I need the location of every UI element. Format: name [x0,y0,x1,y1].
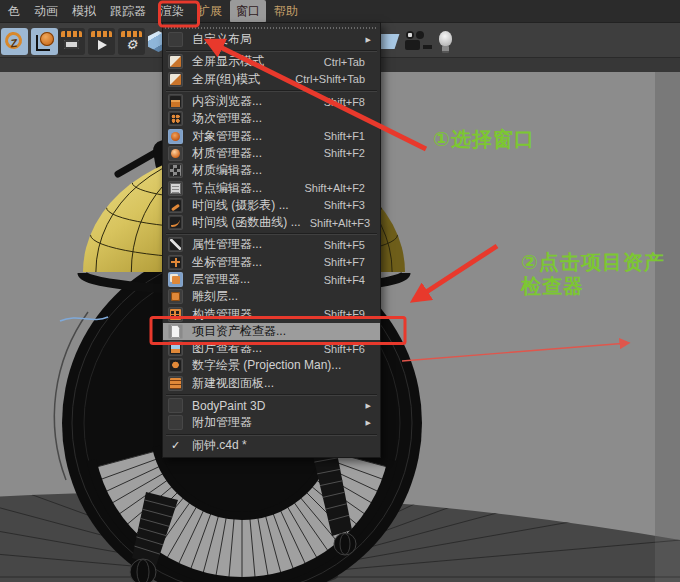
menubar-item-render[interactable]: 渲染 [154,0,190,23]
none-icon [168,32,183,47]
menu-item-extra-managers[interactable]: 附加管理器▶ [163,414,380,431]
menu-item-label: 新建视图面板... [192,375,274,392]
none-icon [168,398,183,413]
sculpt-layer-icon [168,289,183,304]
window-dropdown-menu: 自定义布局▶全屏显示模式Ctrl+Tab全屏(组)模式Ctrl+Shift+Ta… [162,22,381,458]
menu-item-label: 图片查看器... [192,340,262,357]
menu-item-shortcut: Shift+F3 [324,199,375,211]
projection-man-icon [168,358,183,373]
menu-item-custom-layout[interactable]: 自定义布局▶ [163,31,380,48]
menu-item-label: 数字绘景 (Projection Man)... [192,357,341,374]
menu-item-label: 场次管理器... [192,110,262,127]
render-view-button[interactable] [58,28,85,55]
menu-item-bodypaint-3d[interactable]: BodyPaint 3D▶ [163,397,380,414]
menu-item-shortcut: Shift+F7 [324,256,375,268]
timeline-curve-icon [168,215,183,230]
axis-globe-icon [31,28,58,55]
menu-item-shortcut: Ctrl+Tab [324,56,375,68]
structure-manager-icon [168,307,183,322]
annotation-step2: ②点击项目资产 检查器 [521,250,665,298]
menu-item-fullscreen-mode[interactable]: 全屏显示模式Ctrl+Tab [163,53,380,70]
fullscreen-icon [168,54,183,69]
render-view-icon [58,28,85,55]
menu-item-fullscreen-group-mode[interactable]: 全屏(组)模式Ctrl+Shift+Tab [163,71,380,88]
menubar-item-simulate[interactable]: 模拟 [66,0,102,23]
menu-item-shortcut: Shift+F2 [324,147,375,159]
axis-globe-button[interactable] [31,28,58,55]
menubar-item-tracker[interactable]: 跟踪器 [104,0,152,23]
annotation-step1: ①选择窗口 [433,127,535,151]
menu-item-timeline-f-curve[interactable]: 时间线 (函数曲线) ...Shift+Alt+F3 [163,214,380,231]
menu-item-timeline-dope-sheet[interactable]: 时间线 (摄影表) ...Shift+F3 [163,197,380,214]
menu-item-projection-man[interactable]: 数字绘景 (Projection Man)... [163,357,380,374]
menu-item-content-browser[interactable]: 内容浏览器...Shift+F8 [163,93,380,110]
attribute-manager-icon [168,237,183,252]
menu-item-label: 全屏(组)模式 [192,71,260,88]
menu-item-document-alarm-clock[interactable]: ✓闹钟.c4d * [163,437,380,454]
material-editor-icon [168,163,183,178]
film-camera-button[interactable] [402,28,429,55]
submenu-arrow-icon: ▶ [366,36,375,44]
z-circle-button[interactable] [1,28,28,55]
scene-manager-icon [168,111,183,126]
menu-item-structure-manager[interactable]: 构造管理器...Shift+F9 [163,305,380,322]
menu-item-label: 层管理器... [192,271,250,288]
render-settings-button[interactable] [118,28,145,55]
menu-item-scene-manager[interactable]: 场次管理器... [163,110,380,127]
menubar-item-animation[interactable]: 动画 [28,0,64,23]
material-manager-icon [168,146,183,161]
menu-item-label: 项目资产检查器... [192,323,286,340]
menu-item-attribute-manager[interactable]: 属性管理器...Shift+F5 [163,236,380,253]
menu-item-label: 材质管理器... [192,145,262,162]
menu-item-project-asset-inspector[interactable]: 项目资产检查器... [163,323,380,340]
menubar-item-help[interactable]: 帮助 [268,0,304,23]
menubar-item-character[interactable]: 色 [2,0,26,23]
menu-item-shortcut: Shift+Alt+F3 [310,217,381,229]
menu-item-sculpt-layer[interactable]: 雕刻层... [163,288,380,305]
menu-item-coordinates-manager[interactable]: 坐标管理器...Shift+F7 [163,254,380,271]
menu-item-material-editor[interactable]: 材质编辑器... [163,162,380,179]
menu-item-object-manager[interactable]: 对象管理器...Shift+F1 [163,127,380,144]
annotation-step2-line1: ②点击项目资产 [521,250,665,274]
checkmark-icon: ✓ [168,439,183,452]
menu-item-label: 属性管理器... [192,236,262,253]
menu-item-label: 闹钟.c4d * [192,437,247,454]
submenu-arrow-icon: ▶ [366,419,375,427]
menu-item-label: 附加管理器 [192,414,252,431]
menu-item-shortcut: Shift+F9 [324,308,375,320]
object-manager-icon [168,129,183,144]
menu-item-new-view-panel[interactable]: 新建视图面板... [163,375,380,392]
asset-inspector-icon [168,324,183,339]
menu-item-layer-manager[interactable]: 层管理器...Shift+F4 [163,271,380,288]
menu-item-node-editor[interactable]: 节点编辑器...Shift+Alt+F2 [163,179,380,196]
light-bulb-icon [432,28,459,55]
menu-item-label: 自定义布局 [192,31,252,48]
menu-item-shortcut: Shift+Alt+F2 [304,182,375,194]
menu-item-picture-viewer[interactable]: 图片查看器...Shift+F6 [163,340,380,357]
menubar-item-window[interactable]: 窗口 [230,0,266,23]
annotation-step2-line2: 检查器 [521,274,665,298]
menubar-item-extensions[interactable]: 扩展 [192,0,228,23]
menu-item-label: 构造管理器... [192,306,262,323]
menu-item-shortcut: Shift+F1 [324,130,375,142]
right-strip-tint [655,72,680,582]
film-camera-icon [402,28,429,55]
timeline-sheet-icon [168,198,183,213]
z-circle-icon [1,28,28,55]
menu-item-shortcut: Shift+F8 [324,96,375,108]
menu-item-label: 对象管理器... [192,128,262,145]
picture-viewer-icon [168,341,183,356]
menu-item-label: 内容浏览器... [192,93,262,110]
light-bulb-button[interactable] [432,28,459,55]
menu-item-label: 全屏显示模式 [192,53,264,70]
render-play-button[interactable] [88,28,115,55]
menu-item-label: 节点编辑器... [192,180,262,197]
toolbar-group-nav [1,28,58,55]
menu-item-shortcut: Shift+F4 [324,274,375,286]
submenu-arrow-icon: ▶ [366,402,375,410]
menu-item-shortcut: Ctrl+Shift+Tab [295,73,375,85]
menu-item-label: 坐标管理器... [192,254,262,271]
menu-item-label: BodyPaint 3D [192,399,265,413]
new-view-panel-icon [168,376,183,391]
menu-item-material-manager[interactable]: 材质管理器...Shift+F2 [163,145,380,162]
